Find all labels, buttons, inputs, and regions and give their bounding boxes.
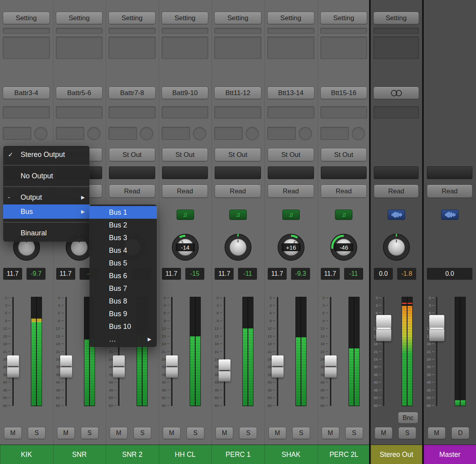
settings-button[interactable]: Setting <box>3 12 50 24</box>
group-slot[interactable] <box>268 166 314 179</box>
group-slot[interactable] <box>374 166 419 179</box>
audio-fx-slot[interactable] <box>3 36 50 59</box>
submenu-item-bus-2[interactable]: Bus 2 <box>89 219 157 231</box>
peak-level-value[interactable]: -1.8 <box>397 268 416 280</box>
fader-track[interactable] <box>12 297 14 406</box>
insert-slot-thin[interactable] <box>56 28 103 34</box>
send-pan-knob[interactable] <box>34 127 48 140</box>
insert-slot-thin[interactable] <box>320 28 367 34</box>
track-name-snr-2[interactable]: SNR 2 <box>106 445 159 464</box>
submenu-item-bus-7[interactable]: Bus 7 <box>89 282 157 295</box>
send-level-slot[interactable] <box>267 127 296 140</box>
dim-button[interactable]: D <box>451 427 469 439</box>
settings-button[interactable]: Setting <box>320 12 367 24</box>
output-format-badge[interactable] <box>441 210 459 220</box>
automation-mode-button[interactable]: Read <box>215 185 261 198</box>
menu-item-stereo-output[interactable]: ✓Stereo Output <box>3 147 89 162</box>
insert-slot-thin[interactable] <box>267 28 314 34</box>
audio-fx-slot[interactable] <box>162 36 209 59</box>
send-slot-button[interactable]: Btt11-12 <box>214 87 261 99</box>
send-level-slot[interactable] <box>3 127 31 140</box>
fader-track[interactable] <box>171 297 173 406</box>
settings-button[interactable]: Setting <box>162 12 209 24</box>
submenu-item-bus-3[interactable]: Bus 3 <box>89 231 157 244</box>
track-format-badge[interactable]: ♫ <box>229 210 247 220</box>
empty-send-slot[interactable] <box>56 106 103 118</box>
volume-fader[interactable] <box>429 315 444 341</box>
mute-button[interactable]: M <box>322 427 339 439</box>
track-name-kik[interactable]: KIK <box>0 445 53 464</box>
send-pan-knob[interactable] <box>352 127 365 140</box>
group-slot[interactable] <box>162 166 208 179</box>
settings-button[interactable]: Setting <box>56 12 103 24</box>
track-name-master[interactable]: Master <box>424 445 476 464</box>
send-level-slot[interactable] <box>56 127 84 140</box>
audio-fx-slot[interactable] <box>267 36 314 59</box>
solo-button[interactable]: S <box>187 427 204 439</box>
audio-fx-slot[interactable] <box>109 36 156 59</box>
track-name-perc-2l[interactable]: PERC 2L <box>318 445 371 464</box>
solo-button[interactable]: S <box>28 427 46 439</box>
solo-button[interactable]: S <box>345 427 363 439</box>
output-routing-button[interactable]: St Out <box>268 148 314 161</box>
audio-fx-slot[interactable] <box>56 36 103 59</box>
volume-value[interactable]: 0.0 <box>427 268 472 280</box>
send-level-slot[interactable] <box>109 127 137 140</box>
pan-knob[interactable] <box>223 232 253 262</box>
empty-send-slot[interactable] <box>267 106 314 118</box>
automation-mode-button[interactable]: Read <box>268 185 314 198</box>
volume-fader[interactable] <box>325 355 337 378</box>
audio-fx-slot[interactable] <box>320 36 367 59</box>
volume-value[interactable]: 11.7 <box>321 268 340 280</box>
solo-button[interactable]: S <box>133 427 151 439</box>
output-routing-button[interactable]: St Out <box>321 148 367 161</box>
peak-level-value[interactable]: -9.3 <box>291 268 310 280</box>
fader-track[interactable] <box>436 297 438 406</box>
menu-item-output[interactable]: -Output▶ <box>3 190 89 204</box>
insert-slot-thin[interactable] <box>3 28 50 34</box>
submenu-item-bus-1[interactable]: Bus 1 <box>89 206 157 219</box>
pan-knob[interactable]: +16 <box>276 232 306 262</box>
insert-slot-thin[interactable] <box>214 28 261 34</box>
empty-send-slot[interactable] <box>373 106 419 118</box>
send-level-slot[interactable] <box>320 127 349 140</box>
mute-button[interactable]: M <box>428 427 446 439</box>
solo-button[interactable]: S <box>81 427 99 439</box>
volume-fader[interactable] <box>376 315 391 341</box>
send-slot-button[interactable]: Btt13-14 <box>267 87 314 99</box>
peak-level-value[interactable]: -11 <box>238 268 257 280</box>
send-level-slot[interactable] <box>214 127 243 140</box>
empty-send-slot[interactable] <box>214 106 261 118</box>
mute-button[interactable]: M <box>4 427 22 439</box>
submenu-item-bus-8[interactable]: Bus 8 <box>89 295 157 307</box>
peak-level-value[interactable]: -15 <box>185 268 204 280</box>
insert-slot-thin[interactable] <box>162 28 209 34</box>
volume-value[interactable]: 11.7 <box>162 268 181 280</box>
submenu-item-bus-5[interactable]: Bus 5 <box>89 257 157 269</box>
insert-slot-thin[interactable] <box>109 28 156 34</box>
settings-button[interactable]: Setting <box>109 12 156 24</box>
settings-button[interactable]: Setting <box>214 12 261 24</box>
automation-mode-button[interactable]: Read <box>109 185 155 198</box>
submenu-item-item[interactable]: …▶ <box>89 333 157 346</box>
send-level-slot[interactable] <box>162 127 190 140</box>
automation-mode-button[interactable]: Read <box>427 185 472 198</box>
menu-item-bus[interactable]: Bus▶ <box>3 204 89 219</box>
track-format-badge[interactable]: ♫ <box>177 210 194 220</box>
pan-knob[interactable] <box>381 232 411 262</box>
group-slot[interactable] <box>427 166 472 179</box>
send-slot-button[interactable]: Battr7-8 <box>109 87 156 99</box>
settings-button[interactable]: Setting <box>267 12 314 24</box>
volume-value[interactable]: 11.7 <box>215 268 234 280</box>
volume-fader[interactable] <box>272 355 284 378</box>
send-pan-knob[interactable] <box>246 127 259 140</box>
volume-fader[interactable] <box>7 355 19 378</box>
track-name-hh-cl[interactable]: HH CL <box>159 445 212 464</box>
send-slot-button[interactable]: Btt15-16 <box>320 87 367 99</box>
empty-send-slot[interactable] <box>162 106 209 118</box>
peak-level-value[interactable]: -9.7 <box>27 268 46 280</box>
group-slot[interactable] <box>321 166 367 179</box>
send-pan-knob[interactable] <box>87 127 101 140</box>
track-format-badge[interactable]: ♫ <box>282 210 300 220</box>
fader-track[interactable] <box>330 297 331 406</box>
